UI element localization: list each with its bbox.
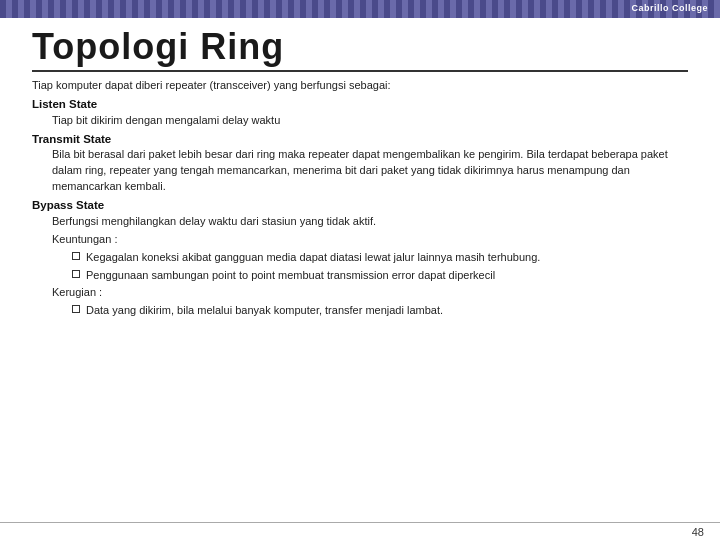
page-title: Topologi Ring (32, 26, 284, 68)
kerugian-label: Kerugian : (52, 285, 688, 301)
bypass-state-section: Bypass State Berfungsi menghilangkan del… (32, 197, 688, 319)
bypass-state-desc: Berfungsi menghilangkan delay waktu dari… (32, 214, 688, 230)
kerugian-item-1: Data yang dikirim, bila melalui banyak k… (86, 303, 688, 319)
bullet-icon (72, 305, 80, 313)
list-item: Data yang dikirim, bila melalui banyak k… (72, 303, 688, 319)
transmit-state-section: Transmit State Bila bit berasal dari pak… (32, 131, 688, 195)
transmit-state-heading: Transmit State (32, 131, 688, 148)
bypass-state-heading: Bypass State (32, 197, 688, 214)
kerugian-section: Kerugian : Data yang dikirim, bila melal… (32, 285, 688, 319)
keuntungan-section: Keuntungan : Kegagalan koneksi akibat ga… (32, 232, 688, 284)
bullet-icon (72, 270, 80, 278)
slide-container: Cabrillo College Topologi Ring Tiap komp… (0, 0, 720, 540)
body-text: Tiap komputer dapat diberi repeater (tra… (32, 78, 688, 319)
list-item: Kegagalan koneksi akibat gangguan media … (72, 250, 688, 266)
keuntungan-item-1: Kegagalan koneksi akibat gangguan media … (86, 250, 688, 266)
bottom-bar: 48 (0, 522, 720, 540)
listen-state-heading: Listen State (32, 96, 688, 113)
listen-state-text: Tiap bit dikirim dengan mengalami delay … (32, 113, 688, 129)
transmit-state-text: Bila bit berasal dari paket lebih besar … (32, 147, 688, 195)
keuntungan-items: Kegagalan koneksi akibat gangguan media … (52, 250, 688, 284)
college-label: Cabrillo College (631, 3, 708, 13)
listen-state-section: Listen State Tiap bit dikirim dengan men… (32, 96, 688, 129)
bullet-icon (72, 252, 80, 260)
list-item: Penggunaan sambungan point to point memb… (72, 268, 688, 284)
top-bar: Cabrillo College (0, 0, 720, 18)
keuntungan-item-2: Penggunaan sambungan point to point memb… (86, 268, 688, 284)
page-number: 48 (692, 526, 704, 538)
title-section: Topologi Ring (32, 26, 688, 72)
kerugian-items: Data yang dikirim, bila melalui banyak k… (52, 303, 688, 319)
content-area: Topologi Ring Tiap komputer dapat diberi… (0, 18, 720, 327)
intro-text: Tiap komputer dapat diberi repeater (tra… (32, 79, 391, 91)
keuntungan-label: Keuntungan : (52, 232, 688, 248)
intro-paragraph: Tiap komputer dapat diberi repeater (tra… (32, 78, 688, 94)
